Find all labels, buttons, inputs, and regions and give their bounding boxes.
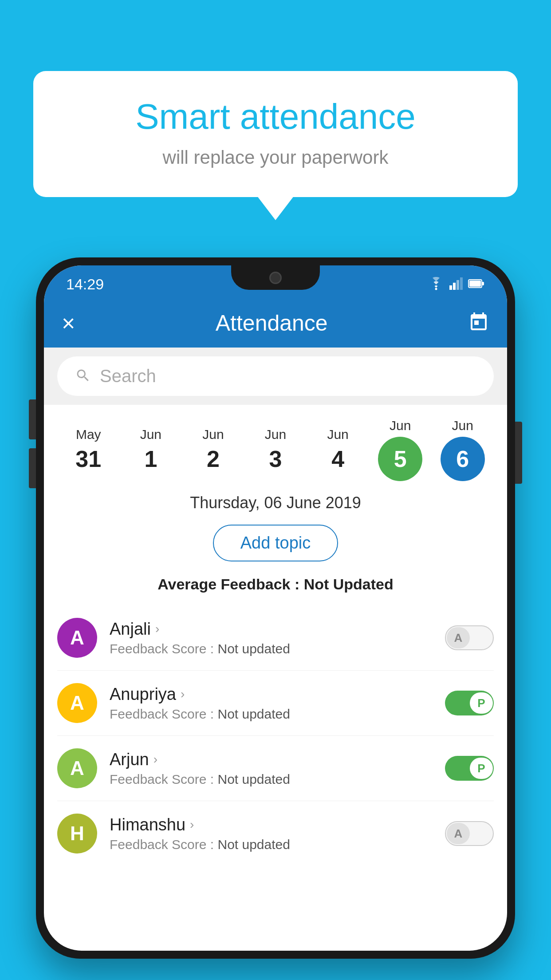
date-col-1[interactable]: Jun1 <box>120 427 182 472</box>
student-avatar-0: A <box>57 618 97 658</box>
battery-icon <box>468 279 485 290</box>
search-icon <box>75 368 91 385</box>
attendance-toggle-present-1[interactable]: P <box>445 691 494 715</box>
calendar-icon <box>468 312 489 333</box>
avg-feedback-value-bold: Not Updated <box>304 576 394 593</box>
chevron-icon: › <box>190 818 194 832</box>
attendance-toggle-present-2[interactable]: P <box>445 756 494 781</box>
svg-rect-3 <box>457 280 459 290</box>
phone-outer: 14:29 <box>36 257 515 959</box>
vol-down-button <box>29 448 36 488</box>
student-row-3[interactable]: HHimanshu ›Feedback Score : Not updatedA <box>44 801 507 866</box>
speech-bubble: Smart attendance will replace your paper… <box>33 71 518 197</box>
avg-feedback-label: Average Feedback : <box>157 576 299 593</box>
close-button[interactable]: × <box>62 310 75 336</box>
power-button <box>515 422 522 484</box>
date-month-4: Jun <box>327 427 348 442</box>
student-info-3: Himanshu ›Feedback Score : Not updated <box>110 815 433 852</box>
student-name-1: Anupriya › <box>110 685 433 704</box>
add-topic-button[interactable]: Add topic <box>213 525 338 561</box>
student-row-1[interactable]: AAnupriya ›Feedback Score : Not updatedP <box>44 671 507 735</box>
student-avatar-1: A <box>57 683 97 723</box>
date-month-6: Jun <box>452 418 473 433</box>
date-num-4: 4 <box>331 446 344 472</box>
svg-point-0 <box>435 288 437 290</box>
student-row-2[interactable]: AArjun ›Feedback Score : Not updatedP <box>44 736 507 801</box>
chevron-icon: › <box>155 622 159 636</box>
bubble-subtitle: will replace your paperwork <box>60 147 491 168</box>
date-circle-green-5[interactable]: 5 <box>378 437 422 481</box>
phone-notch <box>231 265 320 290</box>
feedback-score-3: Feedback Score : Not updated <box>110 837 433 852</box>
date-col-5[interactable]: Jun5 <box>369 418 432 481</box>
student-info-0: Anjali ›Feedback Score : Not updated <box>110 620 433 656</box>
date-num-2: 2 <box>207 446 220 472</box>
app-header: × Attendance <box>44 299 507 348</box>
bubble-title: Smart attendance <box>60 95 491 138</box>
status-time: 14:29 <box>66 276 104 293</box>
svg-rect-6 <box>482 282 484 285</box>
student-avatar-3: H <box>57 814 97 854</box>
search-placeholder: Search <box>100 366 156 386</box>
search-container: Search <box>44 348 507 405</box>
feedback-score-0: Feedback Score : Not updated <box>110 641 433 656</box>
svg-rect-2 <box>453 283 456 290</box>
status-icons <box>428 277 485 292</box>
chevron-icon: › <box>153 752 157 767</box>
signal-icon <box>449 277 463 292</box>
svg-rect-1 <box>449 285 452 290</box>
student-name-2: Arjun › <box>110 750 433 769</box>
average-feedback: Average Feedback : Not Updated <box>44 571 507 605</box>
date-col-3[interactable]: Jun3 <box>244 427 307 472</box>
camera <box>269 272 282 284</box>
date-month-5: Jun <box>390 418 411 433</box>
phone-screen: 14:29 <box>44 265 507 951</box>
student-row-0[interactable]: AAnjali ›Feedback Score : Not updatedA <box>44 605 507 670</box>
svg-rect-7 <box>469 281 481 287</box>
student-name-3: Himanshu › <box>110 815 433 834</box>
date-month-1: Jun <box>140 427 161 442</box>
date-row: May31Jun1Jun2Jun3Jun4Jun5Jun6 <box>44 405 507 481</box>
vol-up-button <box>29 399 36 439</box>
wifi-icon <box>428 277 444 292</box>
feedback-score-2: Feedback Score : Not updated <box>110 772 433 787</box>
feedback-score-1: Feedback Score : Not updated <box>110 707 433 722</box>
phone-mockup: 14:29 <box>36 257 515 959</box>
date-col-0[interactable]: May31 <box>57 427 120 472</box>
date-col-2[interactable]: Jun2 <box>182 427 244 472</box>
date-col-6[interactable]: Jun6 <box>431 418 494 481</box>
app-title: Attendance <box>75 310 468 336</box>
student-name-0: Anjali › <box>110 620 433 639</box>
calendar-button[interactable] <box>468 312 489 335</box>
chevron-icon: › <box>181 687 185 701</box>
svg-rect-4 <box>460 277 463 290</box>
date-month-0: May <box>76 427 101 442</box>
student-info-1: Anupriya ›Feedback Score : Not updated <box>110 685 433 722</box>
date-month-3: Jun <box>265 427 286 442</box>
date-num-3: 3 <box>269 446 282 472</box>
date-circle-blue-6[interactable]: 6 <box>441 437 485 481</box>
date-month-2: Jun <box>202 427 224 442</box>
attendance-toggle-absent-0[interactable]: A <box>445 625 494 650</box>
selected-date: Thursday, 06 June 2019 <box>44 481 507 517</box>
attendance-toggle-absent-3[interactable]: A <box>445 821 494 846</box>
date-num-1: 1 <box>144 446 157 472</box>
student-avatar-2: A <box>57 748 97 788</box>
add-topic-container: Add topic <box>44 517 507 571</box>
date-num-0: 31 <box>75 446 101 472</box>
search-bar[interactable]: Search <box>57 356 494 396</box>
date-col-4[interactable]: Jun4 <box>307 427 369 472</box>
student-info-2: Arjun ›Feedback Score : Not updated <box>110 750 433 787</box>
student-list: AAnjali ›Feedback Score : Not updatedAAA… <box>44 605 507 866</box>
